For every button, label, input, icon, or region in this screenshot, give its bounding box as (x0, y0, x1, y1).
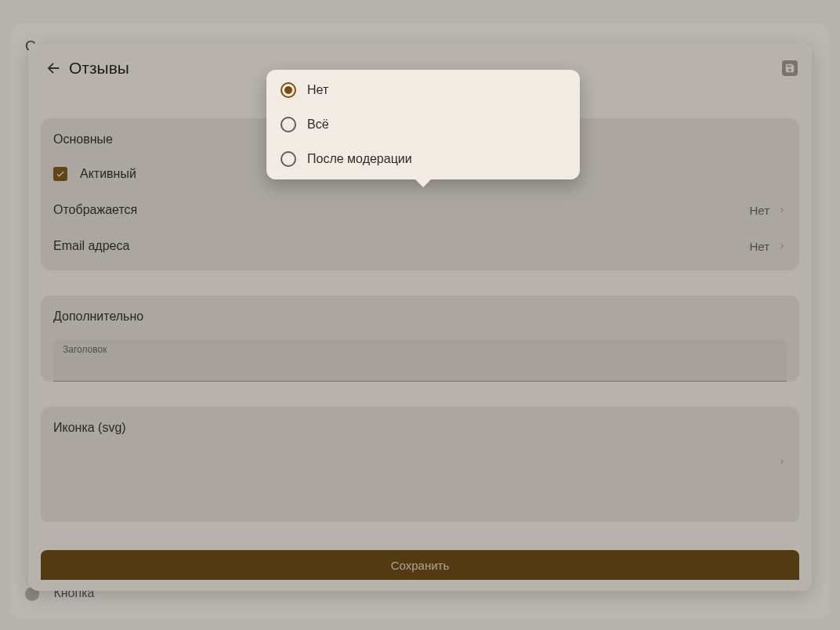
title-field-label: Заголовок (63, 344, 777, 355)
save-button-label: Сохранить (391, 559, 450, 572)
popover-option-label: Всё (307, 118, 329, 132)
sheet-title: Отзывы (69, 59, 129, 78)
row-displayed-value: Нет (749, 204, 769, 217)
display-popover: Нет Всё После модерации (266, 70, 580, 179)
row-emails-value: Нет (749, 240, 769, 253)
chevron-right-icon (777, 457, 787, 466)
row-emails[interactable]: Email адреса Нет (41, 228, 799, 264)
chevron-right-icon (777, 241, 787, 251)
save-icon (784, 63, 795, 74)
card-icon[interactable]: Иконка (svg) (41, 407, 799, 522)
card-icon-header: Иконка (svg) (53, 421, 126, 435)
arrow-left-icon (45, 60, 62, 77)
back-button[interactable] (41, 56, 66, 81)
popover-option-2[interactable]: После модерации (266, 142, 580, 176)
header-save-button[interactable] (782, 60, 798, 76)
popover-option-0[interactable]: Нет (266, 73, 580, 107)
row-displayed-label: Отображается (53, 203, 749, 217)
popover-option-label: Нет (307, 83, 328, 97)
check-icon (56, 169, 65, 179)
row-emails-label: Email адреса (53, 239, 749, 253)
save-button[interactable]: Сохранить (41, 550, 799, 580)
popover-option-label: После модерации (307, 152, 412, 166)
card-extra: Дополнительно Заголовок (41, 295, 799, 382)
popover-option-1[interactable]: Всё (266, 107, 580, 142)
chevron-right-icon (777, 205, 787, 215)
radio-icon (281, 151, 296, 167)
title-field[interactable]: Заголовок (53, 339, 787, 382)
radio-icon (281, 117, 296, 132)
card-extra-header: Дополнительно (41, 295, 799, 333)
row-displayed[interactable]: Отображается Нет (41, 192, 799, 228)
checkbox-active[interactable] (53, 167, 67, 181)
radio-icon (281, 82, 296, 98)
